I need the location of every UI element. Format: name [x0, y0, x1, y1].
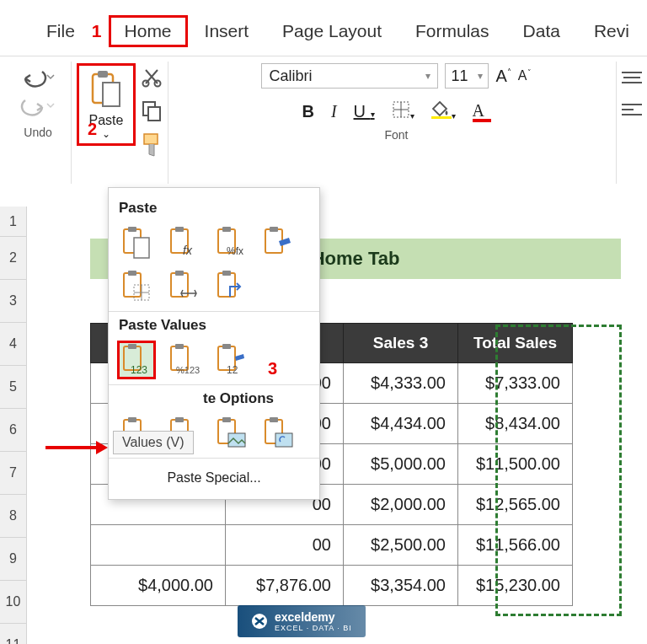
align-left-icon[interactable] — [620, 102, 644, 121]
svg-rect-42 — [175, 344, 184, 349]
svg-rect-22 — [175, 227, 184, 232]
paste-keep-source-fmt-icon[interactable] — [259, 223, 297, 262]
cell[interactable]: $11,500.00 — [458, 444, 573, 485]
paste-section-header: Paste — [119, 200, 311, 217]
copy-button[interactable] — [141, 99, 163, 124]
cell[interactable]: $2,000.00 — [344, 485, 458, 525]
cell[interactable]: 00 — [226, 525, 344, 566]
align-top-icon[interactable] — [620, 70, 644, 89]
svg-rect-19 — [128, 227, 136, 232]
svg-rect-30 — [128, 271, 136, 276]
redo-button[interactable] — [19, 95, 57, 117]
fill-color-button[interactable]: ▾ — [431, 100, 456, 123]
paste-values-icon[interactable]: 123 — [117, 341, 156, 379]
row-header[interactable]: 3 — [0, 280, 27, 323]
paste-picture-icon[interactable] — [211, 414, 250, 453]
group-undo: Undo — [5, 62, 72, 184]
svg-rect-39 — [128, 344, 136, 349]
cell[interactable]: $8,434.00 — [458, 404, 573, 444]
format-painter-button[interactable] — [141, 132, 163, 160]
font-color-button[interactable]: A — [473, 101, 491, 122]
tab-home[interactable]: Home — [109, 15, 188, 47]
chevron-down-icon: ▾ — [478, 70, 483, 82]
svg-text:123: 123 — [131, 364, 147, 376]
row-header[interactable]: 8 — [0, 495, 27, 538]
group-font: Calibri▾ 11▾ A˄ A˅ B I U ▾ ▾ ▾ A Font — [168, 62, 617, 184]
svg-rect-51 — [175, 417, 184, 422]
svg-rect-35 — [175, 271, 184, 276]
font-size-select[interactable]: 11▾ — [445, 63, 489, 89]
cell[interactable]: $11,566.00 — [458, 525, 573, 566]
row-header[interactable]: 4 — [0, 323, 27, 366]
row-header[interactable]: 1 — [0, 207, 27, 237]
paste-values-sourcefmt-icon[interactable]: 12 — [211, 341, 250, 379]
cell[interactable]: $3,354.00 — [344, 566, 458, 606]
paste-values-header: Paste Values — [119, 317, 311, 334]
decrease-font-icon[interactable]: A˅ — [518, 68, 532, 83]
bold-button[interactable]: B — [302, 102, 313, 121]
annotation-3: 3 — [268, 359, 277, 378]
paste-transpose-icon[interactable] — [211, 267, 250, 306]
clipboard-icon — [88, 69, 125, 111]
cell[interactable]: $4,434.00 — [344, 404, 458, 444]
cell[interactable]: $12,565.00 — [458, 485, 573, 525]
paste-formulas-numfmt-icon[interactable]: %fx — [211, 223, 250, 262]
row-header[interactable]: 9 — [0, 538, 27, 581]
tab-review[interactable]: Revi — [577, 16, 646, 46]
svg-rect-1 — [98, 71, 108, 78]
col-header-sales3[interactable]: Sales 3 — [344, 324, 458, 363]
paste-column-widths-icon[interactable] — [164, 267, 203, 306]
cell[interactable]: $7,333.00 — [458, 363, 573, 404]
cell[interactable]: $2,500.00 — [344, 525, 458, 566]
border-button[interactable]: ▾ — [392, 100, 414, 123]
cell[interactable]: $5,000.00 — [344, 444, 458, 485]
paste-values-numfmt-icon[interactable]: %123 — [164, 341, 203, 379]
group-align-partial — [617, 62, 647, 184]
increase-font-icon[interactable]: A˄ — [495, 67, 511, 86]
row-headers: 1 2 3 4 5 6 7 8 9 10 11 — [0, 207, 27, 644]
paste-all-icon[interactable] — [117, 223, 156, 262]
col-header-total[interactable]: Total Sales — [458, 324, 573, 363]
cell[interactable]: $7,876.00 — [226, 566, 344, 606]
paste-formulas-icon[interactable]: fx — [164, 223, 203, 262]
annotation-arrow — [45, 439, 108, 456]
paste-linked-picture-icon[interactable] — [259, 414, 297, 453]
svg-rect-11 — [431, 116, 452, 119]
ribbon: Undo Paste ⌄ Clipboard 2 Calib — [0, 56, 647, 184]
annotation-1: 1 — [92, 21, 109, 41]
tab-data[interactable]: Data — [506, 16, 577, 46]
row-header[interactable]: 11 — [0, 624, 27, 644]
tab-formulas[interactable]: Formulas — [398, 16, 506, 46]
cut-button[interactable] — [141, 67, 163, 91]
svg-rect-36 — [218, 273, 235, 297]
row-header[interactable]: 7 — [0, 452, 27, 495]
paste-button[interactable]: Paste ⌄ — [77, 63, 136, 146]
svg-rect-45 — [222, 344, 231, 349]
svg-rect-25 — [222, 227, 231, 232]
italic-button[interactable]: I — [331, 102, 337, 121]
annotation-2: 2 — [88, 120, 97, 139]
underline-button[interactable]: U ▾ — [354, 102, 375, 121]
cell[interactable] — [91, 525, 226, 566]
font-name-select[interactable]: Calibri▾ — [261, 63, 438, 89]
paste-special-item[interactable]: Paste Special... — [117, 464, 311, 492]
undo-button[interactable] — [19, 67, 57, 89]
cell[interactable]: $4,333.00 — [344, 363, 458, 404]
svg-text:%fx: %fx — [227, 245, 243, 257]
worksheet: 1 2 3 4 5 6 7 8 9 10 11 Home Tab Sales 3… — [0, 207, 27, 644]
paste-other-header: te Options — [119, 390, 311, 407]
tab-file[interactable]: File — [29, 16, 92, 46]
cell[interactable]: $15,230.00 — [458, 566, 573, 606]
tab-insert[interactable]: Insert — [188, 16, 266, 46]
row-header[interactable]: 5 — [0, 366, 27, 409]
row-header[interactable]: 10 — [0, 581, 27, 624]
tab-page-layout[interactable]: Page Layout — [265, 16, 398, 46]
svg-text:%123: %123 — [176, 365, 200, 375]
paste-no-borders-icon[interactable] — [117, 267, 156, 306]
tooltip-values: Values (V) — [113, 431, 194, 454]
svg-rect-37 — [222, 271, 231, 276]
row-header[interactable]: 6 — [0, 409, 27, 452]
cell[interactable]: $4,000.00 — [91, 566, 226, 606]
svg-marker-59 — [96, 441, 108, 454]
row-header[interactable]: 2 — [0, 237, 27, 280]
